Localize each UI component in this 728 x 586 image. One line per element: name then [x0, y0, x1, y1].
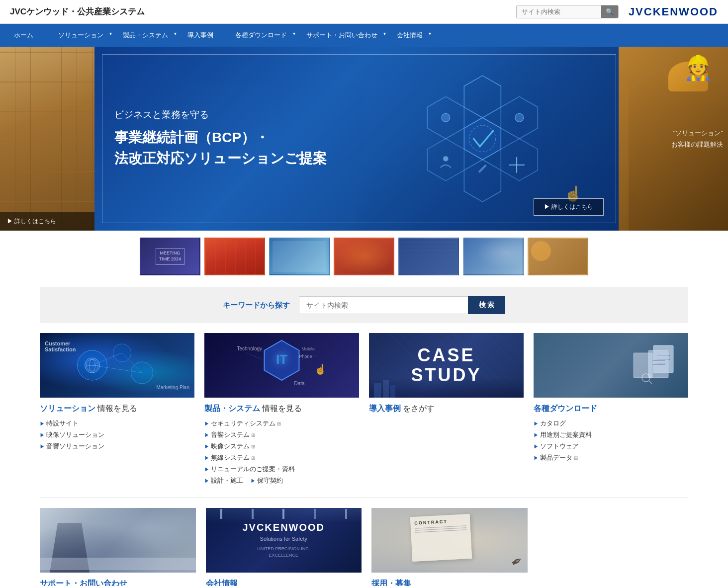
support-card: サポート・お問い合わせ ▶ 電話によるお問い合わせ ▶ お問い合わせフォーム: [40, 508, 201, 586]
list-item: ▶ 無線システム ⊞: [204, 453, 359, 462]
list-item: ▶ カタログ: [534, 419, 688, 428]
list-item: ▶ 製品データ ⊞: [534, 453, 688, 462]
search-section: キーワードから探す 検 索: [40, 287, 688, 323]
solutions-links-list: ▶ 特設サイト ▶ 映像ソリューション ▶ 音響ソリューション: [40, 419, 194, 451]
main-search-button[interactable]: 検 索: [468, 296, 506, 314]
support-card-title: サポート・お問い合わせ: [40, 579, 196, 586]
hero-title: 事業継続計画（BCP）・ 法改正対応ソリューションご提案: [114, 127, 327, 169]
nav-downloads[interactable]: 各種ダウンロード: [224, 24, 298, 47]
solutions-card-title: ソリューション 情報を見る: [40, 404, 194, 414]
nav-products[interactable]: 製品・システム: [112, 24, 179, 47]
products-link-maintenance[interactable]: ▶ 保守契約: [251, 476, 283, 485]
thumbnail-1[interactable]: MEETINGTIME 2024: [140, 238, 200, 275]
downloads-title-blue: 各種ダウンロード: [534, 404, 597, 413]
products-card-title: 製品・システム 情報を見る: [204, 404, 359, 414]
products-link-design[interactable]: ▶ 設計・施工: [204, 476, 243, 485]
nav-company-arrow: ▾: [429, 24, 431, 47]
products-title-normal: 情報を見る: [262, 404, 302, 413]
svg-text:Phone: Phone: [299, 354, 312, 359]
search-section-label: キーワードから探す: [223, 301, 290, 310]
support-card-image[interactable]: [40, 508, 196, 573]
downloads-links-list: ▶ カタログ ▶ 用途別ご提案資料 ▶ ソフトウェア ▶ 製品データ ⊞: [534, 419, 688, 462]
hero-left-panel: ▶ 詳しくはこちら: [0, 47, 94, 231]
bottom-cards-grid: サポート・お問い合わせ ▶ 電話によるお問い合わせ ▶ お問い合わせフォーム: [40, 508, 688, 586]
svg-text:IT: IT: [276, 352, 287, 367]
products-link-audio[interactable]: ▶ 音響システム ⊞: [204, 431, 255, 438]
products-link-renewal[interactable]: ▶ リニューアルのご提案・資料: [204, 465, 295, 473]
svg-rect-35: [390, 385, 395, 398]
main-cards-grid: CustomerSatisfaction Marketing Plan: [40, 333, 688, 488]
thumbnail-3[interactable]: [269, 238, 330, 275]
svg-text:☝: ☝: [314, 363, 327, 375]
svg-line-46: [649, 381, 652, 384]
list-item: ▶ リニューアルのご提案・資料: [204, 465, 359, 474]
hero-banner: ▶ 詳しくはこちら: [0, 47, 728, 231]
main-search-input[interactable]: [299, 296, 468, 314]
company-card-image[interactable]: JVCKENWOOD Solutions for Safety UNITED P…: [206, 508, 362, 573]
company-logo-main: JVCKENWOOD: [242, 522, 325, 533]
header-search-input[interactable]: [517, 5, 601, 18]
products-card: IT Technology Mobile Phone Data ☝ 製品・システ…: [199, 333, 364, 488]
main-navbar: ホーム ソリューション▾ 製品・システム▾ 導入事例 各種ダウンロード▾ サポー…: [0, 24, 728, 47]
case-study-title-normal: をさがす: [403, 404, 435, 413]
products-link-security[interactable]: ▶ セキュリティシステム ⊞: [204, 419, 281, 427]
svg-text:Mobile: Mobile: [302, 346, 315, 351]
svg-rect-33: [374, 383, 381, 398]
products-card-image[interactable]: IT Technology Mobile Phone Data ☝: [204, 333, 359, 398]
svg-text:Data: Data: [294, 381, 305, 386]
downloads-link-product-data[interactable]: ▶ 製品データ ⊞: [534, 454, 578, 461]
svg-point-12: [443, 156, 449, 162]
nav-solutions[interactable]: ソリューション: [47, 24, 114, 47]
downloads-card-image[interactable]: [534, 333, 688, 398]
solutions-card-image[interactable]: CustomerSatisfaction Marketing Plan: [40, 333, 194, 398]
hero-center-panel: ☝ ビジネスと業務を守る 事業継続計画（BCP）・ 法改正対応ソリューションご提…: [94, 47, 619, 231]
solutions-title-blue: ソリューション: [40, 404, 95, 413]
nav-home[interactable]: ホーム: [0, 24, 47, 47]
thumbnail-4[interactable]: [334, 238, 394, 275]
case-study-title-blue: 導入事例: [369, 404, 401, 413]
list-item: ▶ 音響システム ⊞: [204, 430, 359, 439]
hero-left-btn-label: 詳しくはこちら: [14, 218, 56, 225]
hero-left-arrow-icon: ▶: [7, 218, 14, 225]
hero-center-btn[interactable]: ▶ 詳しくはこちら: [534, 198, 604, 216]
company-card: JVCKENWOOD Solutions for Safety UNITED P…: [201, 508, 367, 586]
nav-case-study[interactable]: 導入事例: [177, 24, 224, 47]
hero-text-content: ビジネスと業務を守る 事業継続計画（BCP）・ 法改正対応ソリューションご提案: [114, 108, 327, 169]
thumbnail-5[interactable]: [398, 238, 459, 275]
hero-left-btn[interactable]: ▶ 詳しくはこちら: [0, 212, 94, 231]
solutions-link-video[interactable]: ▶ 映像ソリューション: [40, 431, 104, 438]
company-card-title: 会社情報: [206, 579, 362, 586]
thumbnail-6[interactable]: [463, 238, 524, 275]
svg-point-7: [442, 113, 450, 122]
solutions-link-audio[interactable]: ▶ 音響ソリューション: [40, 442, 104, 450]
list-item: ▶ ソフトウェア: [534, 442, 688, 451]
case-study-text-case: CASE: [411, 345, 481, 365]
svg-rect-44: [634, 353, 652, 378]
svg-rect-34: [383, 380, 389, 398]
header-search-button[interactable]: 🔍: [601, 5, 618, 18]
nav-company[interactable]: 会社情報: [386, 24, 434, 47]
downloads-link-catalog[interactable]: ▶ カタログ: [534, 419, 566, 427]
list-item: ▶ 映像ソリューション: [40, 430, 194, 439]
recruit-card-title: 採用・募集: [371, 579, 528, 586]
products-link-video[interactable]: ▶ 映像システム ⊞: [204, 442, 255, 450]
solutions-link-special-site[interactable]: ▶ 特設サイト: [40, 419, 79, 427]
list-item: ▶ 音響ソリューション: [40, 442, 194, 451]
site-header: JVCケンウッド・公共産業システム 🔍 JVCKENWOOD: [0, 0, 728, 24]
list-item: ▶ セキュリティシステム ⊞: [204, 419, 359, 428]
products-link-wireless[interactable]: ▶ 無線システム ⊞: [204, 454, 255, 461]
downloads-card-title: 各種ダウンロード: [534, 404, 688, 414]
header-search-box: 🔍: [516, 5, 619, 18]
bottom-filler: [528, 508, 689, 586]
case-study-card-image[interactable]: CASE STUDY: [369, 333, 524, 398]
products-title-blue: 製品・システム: [204, 404, 260, 413]
downloads-link-software[interactable]: ▶ ソフトウェア: [534, 442, 579, 450]
downloads-link-proposals[interactable]: ▶ 用途別ご提案資料: [534, 431, 592, 438]
list-item: ▶ 用途別ご提案資料: [534, 430, 688, 439]
recruit-card-image[interactable]: CONTRACT ✒: [371, 508, 528, 573]
thumbnail-2[interactable]: [204, 238, 265, 275]
solutions-title-normal: 情報を見る: [97, 404, 137, 413]
hero-center-btn-label: 詳しくはこちら: [551, 203, 593, 210]
nav-support[interactable]: サポート・お問い合わせ: [295, 24, 388, 47]
thumbnail-7[interactable]: [528, 238, 588, 275]
